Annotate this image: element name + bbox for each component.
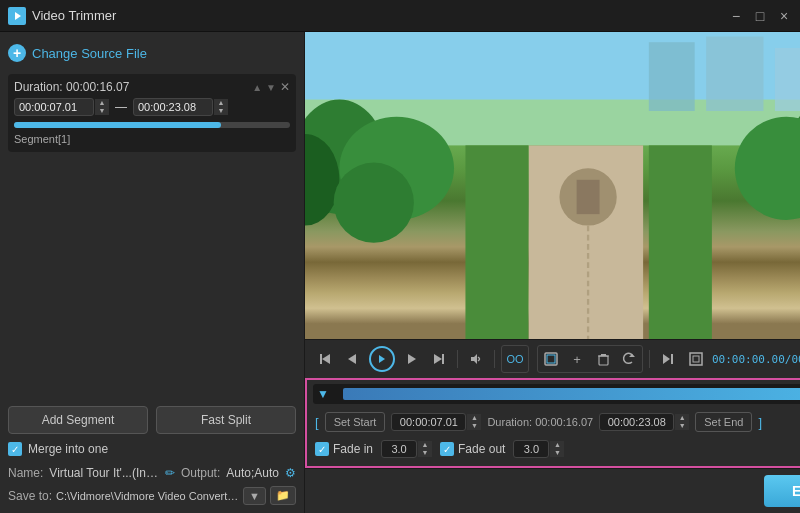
timeline-start-up[interactable]: ▲ — [467, 414, 481, 422]
fade-out-up[interactable]: ▲ — [550, 441, 564, 449]
fade-in-wrap: ▲ ▼ — [381, 440, 432, 458]
main-content: + Change Source File Duration: 00:00:16.… — [0, 32, 800, 513]
edit-icon[interactable]: ✏ — [165, 466, 175, 480]
time-display: 00:00:00.00/00:00:30.01 — [712, 353, 800, 366]
close-button[interactable]: × — [776, 8, 792, 24]
start-time-input[interactable] — [14, 98, 94, 116]
scroll-down-icon[interactable]: ▼ — [266, 82, 276, 93]
gear-icon[interactable]: ⚙ — [285, 466, 296, 480]
file-name: Virtual Tour It'...(Intramuros).mp4 — [49, 466, 159, 480]
view-controls-group: + — [537, 345, 643, 373]
fade-in-checkbox[interactable]: ✓ — [315, 442, 329, 456]
play-button[interactable] — [369, 346, 395, 372]
end-time-down[interactable]: ▼ — [214, 107, 228, 115]
segment-header: Duration: 00:00:16.07 ▲ ▼ ✕ — [14, 80, 290, 94]
svg-rect-18 — [465, 145, 528, 339]
fade-row: ✓ Fade in ▲ ▼ ✓ Fade out — [313, 436, 800, 462]
app-icon — [8, 7, 26, 25]
fade-out-input[interactable] — [513, 440, 549, 458]
name-label: Name: — [8, 466, 43, 480]
fullscreen-button[interactable] — [684, 347, 708, 371]
timeline-track[interactable]: ▼ — [313, 384, 800, 404]
separator-1 — [457, 350, 458, 368]
export-area: Export — [305, 468, 800, 513]
bracket-left-icon: [ — [315, 415, 319, 430]
svg-rect-30 — [547, 355, 555, 363]
go-to-start-button[interactable] — [313, 347, 337, 371]
name-row: Name: Virtual Tour It'...(Intramuros).mp… — [8, 466, 296, 480]
svg-marker-34 — [629, 354, 635, 357]
segment-progress-fill — [14, 122, 221, 128]
timeline-fill — [343, 388, 800, 400]
segment-duration: Duration: 00:00:16.07 — [14, 80, 129, 94]
next-frame-button[interactable] — [399, 347, 423, 371]
start-time-up[interactable]: ▲ — [95, 99, 109, 107]
play-from-button[interactable] — [656, 347, 680, 371]
set-start-button[interactable]: Set Start — [325, 412, 386, 432]
timeline-start-down[interactable]: ▼ — [467, 422, 481, 430]
svg-rect-36 — [671, 354, 673, 364]
segment-label: Segment[1] — [14, 133, 70, 145]
svg-rect-27 — [442, 354, 444, 364]
timeline-end-down[interactable]: ▼ — [675, 422, 689, 430]
scroll-up-icon[interactable]: ▲ — [252, 82, 262, 93]
output-label: Output: — [181, 466, 220, 480]
start-time-input-wrap: ▲ ▼ — [14, 98, 109, 116]
end-time-up[interactable]: ▲ — [214, 99, 228, 107]
playback-mode-group: OO — [501, 345, 529, 373]
merge-checkbox[interactable]: ✓ — [8, 442, 22, 456]
end-time-input[interactable] — [133, 98, 213, 116]
merge-row: ✓ Merge into one — [8, 442, 296, 456]
export-button[interactable]: Export — [764, 475, 800, 507]
start-time-wrap: ▲ ▼ — [391, 413, 481, 431]
fade-out-down[interactable]: ▼ — [550, 449, 564, 457]
svg-marker-22 — [322, 354, 330, 364]
segment-time-row: ▲ ▼ — ▲ ▼ — [14, 98, 290, 116]
add-icon: + — [8, 44, 26, 62]
add-segment-button[interactable]: Add Segment — [8, 406, 148, 434]
svg-marker-35 — [663, 354, 670, 364]
fade-in-input[interactable] — [381, 440, 417, 458]
svg-rect-17 — [577, 180, 600, 214]
segment-buttons: Add Segment Fast Split — [8, 406, 296, 434]
app-title: Video Trimmer — [32, 8, 728, 23]
fade-in-down[interactable]: ▼ — [418, 449, 432, 457]
svg-rect-31 — [599, 356, 608, 365]
skip-end-button[interactable] — [427, 347, 451, 371]
segment-item: Duration: 00:00:16.07 ▲ ▼ ✕ ▲ ▼ — — [8, 74, 296, 152]
timeline-cursor-icon: ▼ — [317, 387, 329, 401]
open-folder-button[interactable]: 📁 — [270, 486, 296, 505]
set-points-row: [ Set Start ▲ ▼ Duration: 00:00:16.07 — [313, 408, 800, 436]
timeline-start-input[interactable] — [391, 413, 466, 431]
bracket-right-icon: ] — [758, 415, 762, 430]
volume-button[interactable] — [464, 347, 488, 371]
svg-marker-24 — [379, 355, 385, 363]
separator-3 — [649, 350, 650, 368]
minimize-button[interactable]: − — [728, 8, 744, 24]
timeline-end-input[interactable] — [599, 413, 674, 431]
change-source-button[interactable]: + Change Source File — [8, 40, 296, 66]
fade-in-up[interactable]: ▲ — [418, 441, 432, 449]
restore-button[interactable]: □ — [752, 8, 768, 24]
folder-dropdown-button[interactable]: ▼ — [243, 487, 266, 505]
prev-frame-button[interactable] — [341, 347, 365, 371]
delete-button[interactable] — [591, 347, 615, 371]
crop-button[interactable] — [539, 347, 563, 371]
fade-out-label: ✓ Fade out — [440, 442, 505, 456]
segment-close-button[interactable]: ✕ — [280, 80, 290, 94]
svg-rect-33 — [601, 354, 606, 356]
loop-button[interactable]: OO — [503, 347, 527, 371]
set-end-button[interactable]: Set End — [695, 412, 752, 432]
rotate-button[interactable] — [617, 347, 641, 371]
add-button[interactable]: + — [565, 347, 589, 371]
time-separator: — — [115, 100, 127, 114]
timeline-end-up[interactable]: ▲ — [675, 414, 689, 422]
svg-rect-5 — [706, 37, 763, 111]
start-time-down[interactable]: ▼ — [95, 107, 109, 115]
fast-split-button[interactable]: Fast Split — [156, 406, 296, 434]
svg-marker-23 — [348, 354, 356, 364]
separator-2 — [494, 350, 495, 368]
save-path: C:\Vidmore\Vidmore Video Converter\Trimm… — [56, 490, 239, 502]
titlebar: Video Trimmer − □ × — [0, 0, 800, 32]
fade-out-checkbox[interactable]: ✓ — [440, 442, 454, 456]
